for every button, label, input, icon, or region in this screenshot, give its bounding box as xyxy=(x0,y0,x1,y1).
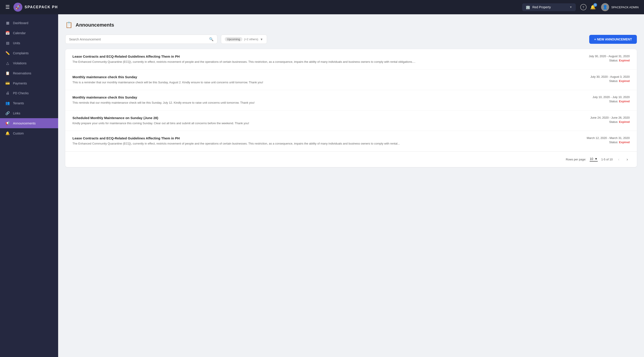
sidebar-item-pd-checks[interactable]: 🖨 PD Checks xyxy=(0,88,58,98)
property-name: Red Property xyxy=(532,5,567,9)
notifications-button[interactable]: 🔔 0 xyxy=(590,4,596,10)
announcement-content: Lease Contracts and ECQ-Related Guidelin… xyxy=(72,54,576,64)
status-badge: Expired xyxy=(619,59,630,62)
prev-page-button[interactable]: ‹ xyxy=(616,156,621,163)
table-row[interactable]: Lease Contracts and ECQ-Related Guidelin… xyxy=(65,131,637,151)
links-icon: 🔗 xyxy=(5,111,10,115)
notif-badge: 0 xyxy=(594,3,597,7)
status-badge: Expired xyxy=(619,79,630,83)
tenants-icon: 👥 xyxy=(5,101,10,105)
sidebar-label-pd-checks: PD Checks xyxy=(13,91,28,95)
rows-label: Rows per page: xyxy=(566,158,586,161)
sidebar-label-announcements: Announcements xyxy=(13,121,36,125)
announcement-desc: This is a reminder that our monthly main… xyxy=(72,80,576,85)
search-input[interactable] xyxy=(69,37,207,41)
announcement-dates: March 12, 2020 - March 31, 2020 xyxy=(580,136,630,140)
sidebar-item-reservations[interactable]: 📋 Reservations xyxy=(0,68,58,78)
announcement-content: Scheduled Monthly Maintenance on Sunday … xyxy=(72,116,576,126)
sidebar-label-reservations: Reservations xyxy=(13,71,31,75)
rows-per-page-select[interactable]: 10 ▼ xyxy=(590,157,598,162)
next-page-button[interactable]: › xyxy=(625,156,630,163)
property-arrow-icon: ▼ xyxy=(570,5,572,9)
table-row[interactable]: Scheduled Monthly Maintenance on Sunday … xyxy=(65,111,637,131)
announcements-icon: 📢 xyxy=(5,121,10,125)
table-row[interactable]: Monthly maintenance check this Sunday Th… xyxy=(65,70,637,90)
announcement-status: Status: Expired xyxy=(580,59,630,62)
announcement-content: Monthly maintenance check this Sunday Th… xyxy=(72,75,576,85)
sidebar-item-announcements[interactable]: 📢 Announcements xyxy=(0,118,58,128)
filter-dropdown[interactable]: Upcoming (+2 others) ▼ xyxy=(221,35,267,44)
sidebar-label-complaints: Complaints xyxy=(13,51,28,55)
announcement-dates: July 30, 2020 - August 3, 2020 xyxy=(580,75,630,78)
sidebar-label-payments: Payments xyxy=(13,81,27,85)
announcement-desc: The Enhanced Community Quarantine (ECQ),… xyxy=(72,141,576,146)
topnav: ☰ 🚀 SPACEPACK PH 🏢 Red Property ▼ ? 🔔 0 … xyxy=(0,0,644,14)
complaints-icon: ✏️ xyxy=(5,51,10,55)
filter-tag: Upcoming xyxy=(225,37,242,41)
page-header-icon: 📋 xyxy=(65,21,72,28)
filter-arrow-icon: ▼ xyxy=(260,37,263,41)
status-badge: Expired xyxy=(619,120,630,124)
announcement-status: Status: Expired xyxy=(580,140,630,144)
search-box: 🔍 xyxy=(65,35,217,44)
table-row[interactable]: Lease Contracts and ECQ-Related Guidelin… xyxy=(65,49,637,70)
sidebar-item-tenants[interactable]: 👥 Tenants xyxy=(0,98,58,108)
announcement-status: Status: Expired xyxy=(580,120,630,124)
sidebar-item-links[interactable]: 🔗 Links xyxy=(0,108,58,118)
sidebar-item-custom[interactable]: 🔔 Custom xyxy=(0,128,58,138)
announcement-meta: July 30, 2020 - August 3, 2020 Status: E… xyxy=(580,75,630,83)
user-name: SPACEPACK ADMIN xyxy=(611,5,639,9)
announcement-title: Lease Contracts and ECQ-Related Guidelin… xyxy=(72,54,576,58)
property-icon: 🏢 xyxy=(526,5,530,9)
sidebar-item-calendar[interactable]: 📅 Calendar xyxy=(0,28,58,38)
filter-others: (+2 others) xyxy=(244,37,258,41)
pagination-bar: Rows per page: 10 ▼ 1-5 of 10 ‹ › xyxy=(65,151,637,167)
avatar: 👤 xyxy=(601,3,609,11)
body-layout: ▦ Dashboard 📅 Calendar ▤ Units ✏️ Compla… xyxy=(0,14,644,357)
rows-value: 10 xyxy=(590,157,593,161)
dashboard-icon: ▦ xyxy=(5,21,10,25)
sidebar-item-units[interactable]: ▤ Units xyxy=(0,38,58,48)
logo: 🚀 SPACEPACK PH xyxy=(14,3,58,12)
sidebar-label-links: Links xyxy=(13,111,20,115)
announcement-dates: June 24, 2020 - June 26, 2020 xyxy=(580,116,630,119)
property-selector[interactable]: 🏢 Red Property ▼ xyxy=(522,3,576,11)
logo-icon: 🚀 xyxy=(14,3,22,12)
announcement-title: Scheduled Monthly Maintenance on Sunday … xyxy=(72,116,576,120)
sidebar: ▦ Dashboard 📅 Calendar ▤ Units ✏️ Compla… xyxy=(0,14,58,357)
user-section[interactable]: 👤 SPACEPACK ADMIN xyxy=(601,3,639,11)
status-badge: Expired xyxy=(619,140,630,144)
sidebar-item-dashboard[interactable]: ▦ Dashboard xyxy=(0,18,58,28)
announcement-title: Lease Contracts and ECQ-Related Guidelin… xyxy=(72,136,576,140)
announcement-title: Monthly maintenance check this Sunday xyxy=(72,75,576,79)
main-content: 📋 Announcements 🔍 Upcoming (+2 others) ▼… xyxy=(58,14,644,357)
announcement-content: Monthly maintenance check this Sunday Th… xyxy=(72,95,576,105)
sidebar-item-violations[interactable]: △ Violations xyxy=(0,58,58,68)
toolbar: 🔍 Upcoming (+2 others) ▼ + NEW ANNOUNCEM… xyxy=(65,35,637,44)
announcements-list: Lease Contracts and ECQ-Related Guidelin… xyxy=(65,49,637,167)
sidebar-item-payments[interactable]: 💳 Payments xyxy=(0,78,58,88)
rows-arrow-icon: ▼ xyxy=(594,157,598,161)
announcement-meta: March 12, 2020 - March 31, 2020 Status: … xyxy=(580,136,630,144)
announcement-dates: July 30, 2020 - August 31, 2020 xyxy=(580,54,630,58)
hamburger-menu[interactable]: ☰ xyxy=(5,4,10,10)
announcement-title: Monthly maintenance check this Sunday xyxy=(72,95,576,99)
new-announcement-button[interactable]: + NEW ANNOUNCEMENT xyxy=(589,35,637,44)
sidebar-item-complaints[interactable]: ✏️ Complaints xyxy=(0,48,58,58)
violations-icon: △ xyxy=(5,61,10,65)
sidebar-label-calendar: Calendar xyxy=(13,31,26,35)
page-title: Announcements xyxy=(76,22,114,28)
sidebar-label-custom: Custom xyxy=(13,132,24,135)
calendar-icon: 📅 xyxy=(5,31,10,35)
sidebar-label-dashboard: Dashboard xyxy=(13,21,28,25)
help-button[interactable]: ? xyxy=(580,4,586,10)
search-icon: 🔍 xyxy=(209,37,214,41)
announcement-meta: July 30, 2020 - August 31, 2020 Status: … xyxy=(580,54,630,62)
table-row[interactable]: Monthly maintenance check this Sunday Th… xyxy=(65,90,637,111)
sidebar-label-violations: Violations xyxy=(13,61,26,65)
announcement-content: Lease Contracts and ECQ-Related Guidelin… xyxy=(72,136,576,146)
announcement-desc: Kindly prepare your units for maintenanc… xyxy=(72,121,576,126)
announcement-dates: July 10, 2020 - July 10, 2020 xyxy=(580,95,630,99)
status-badge: Expired xyxy=(619,100,630,103)
payments-icon: 💳 xyxy=(5,81,10,85)
